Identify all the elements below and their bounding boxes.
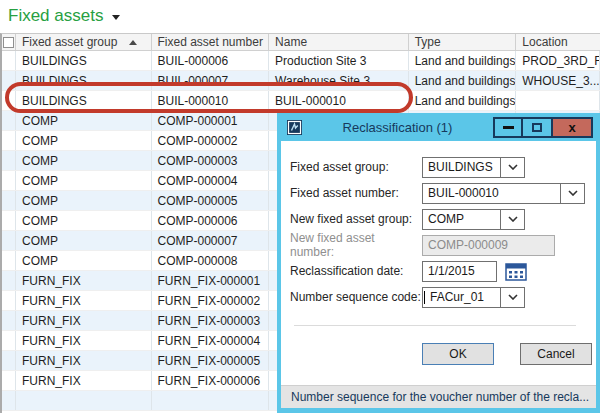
cell-fixed-asset-group[interactable]: FURN_FIX: [16, 331, 152, 350]
row-selector-cell[interactable]: [2, 271, 16, 290]
cell-name[interactable]: Warehouse Site 3: [269, 71, 409, 90]
row-selector-cell[interactable]: [2, 351, 16, 370]
cell-fixed-asset-group[interactable]: FURN_FIX: [16, 371, 152, 390]
cell-location[interactable]: WHOUSE_3...: [516, 71, 600, 90]
table-row[interactable]: BUILDINGS BUIL-000010 BUIL-000010 Land a…: [2, 91, 600, 111]
ok-button[interactable]: OK: [422, 343, 494, 365]
chevron-down-icon[interactable]: [560, 184, 584, 203]
cell-fixed-asset-number[interactable]: COMP-000004: [152, 171, 270, 190]
cell-fixed-asset-number[interactable]: FURN_FIX-000003: [152, 311, 270, 330]
cell-fixed-asset-number[interactable]: COMP-000003: [152, 151, 270, 170]
column-header-type[interactable]: Type: [409, 34, 517, 50]
select-all-cell: [2, 34, 16, 50]
cell-fixed-asset-number[interactable]: FURN_FIX-000002: [152, 291, 270, 310]
cell-fixed-asset-group[interactable]: FURN_FIX: [16, 351, 152, 370]
row-selector-cell[interactable]: [2, 231, 16, 250]
row-selector-cell[interactable]: [2, 251, 16, 270]
cell-fixed-asset-group[interactable]: COMP: [16, 171, 152, 190]
row-selector-cell[interactable]: [2, 151, 16, 170]
cell-fixed-asset-group[interactable]: COMP: [16, 151, 152, 170]
column-header-location[interactable]: Location: [516, 34, 600, 50]
field-row-fixed-asset-group: Fixed asset group: BUILDINGS: [281, 154, 596, 180]
cell-fixed-asset-group[interactable]: FURN_FIX: [16, 291, 152, 310]
cell-fixed-asset-number[interactable]: FURN_FIX-000004: [152, 331, 270, 350]
cell-location[interactable]: PROD_3RD_F: [516, 51, 600, 70]
row-selector-cell[interactable]: [2, 71, 16, 90]
cell-fixed-asset-group[interactable]: COMP: [16, 251, 152, 270]
cell-fixed-asset-group[interactable]: FURN_FIX: [16, 311, 152, 330]
row-selector-cell[interactable]: [2, 111, 16, 130]
cell-fixed-asset-number[interactable]: BUIL-000006: [152, 51, 270, 70]
row-selector-cell[interactable]: [2, 171, 16, 190]
cell-fixed-asset-group[interactable]: BUILDINGS: [16, 51, 152, 70]
cell-fixed-asset-number[interactable]: FURN_FIX-000001: [152, 271, 270, 290]
cell-fixed-asset-number[interactable]: COMP-000008: [152, 251, 270, 270]
minimize-icon: [503, 126, 514, 129]
cell-fixed-asset-number[interactable]: COMP-000001: [152, 111, 270, 130]
sort-ascending-icon: [129, 40, 137, 45]
new-fixed-asset-group-select[interactable]: COMP: [422, 209, 525, 230]
cell-fixed-asset-number[interactable]: FURN_FIX-000005: [152, 351, 270, 370]
cell-type[interactable]: Land and buildings: [409, 71, 517, 90]
row-selector-cell[interactable]: [2, 51, 16, 70]
cell-fixed-asset-group[interactable]: [16, 391, 152, 410]
row-selector-cell[interactable]: [2, 391, 16, 410]
cell-fixed-asset-number[interactable]: BUIL-000010: [152, 91, 270, 110]
row-selector-cell[interactable]: [2, 131, 16, 150]
cell-fixed-asset-number[interactable]: COMP-000002: [152, 131, 270, 150]
reclassification-date-input[interactable]: 1/1/2015: [422, 261, 497, 282]
cell-fixed-asset-group[interactable]: COMP: [16, 131, 152, 150]
grid-header-row: Fixed asset group Fixed asset number Nam…: [2, 34, 600, 51]
cell-fixed-asset-group[interactable]: COMP: [16, 111, 152, 130]
dialog-divider: [294, 325, 576, 326]
cell-fixed-asset-number[interactable]: COMP-000005: [152, 191, 270, 210]
column-header-name[interactable]: Name: [269, 34, 409, 50]
number-sequence-code-select[interactable]: FACur_01: [422, 287, 525, 308]
cell-name[interactable]: Production Site 3: [269, 51, 409, 70]
cell-fixed-asset-number[interactable]: [152, 391, 270, 410]
page-title: Fixed assets: [8, 6, 103, 26]
row-selector-cell[interactable]: [2, 291, 16, 310]
cell-type[interactable]: Land and buildings: [409, 51, 517, 70]
close-button[interactable]: x: [553, 117, 593, 138]
table-row[interactable]: BUILDINGS BUIL-000007 Warehouse Site 3 L…: [2, 71, 600, 91]
cell-name[interactable]: BUIL-000010: [269, 91, 409, 110]
column-header-fixed-asset-number[interactable]: Fixed asset number: [152, 34, 270, 50]
page-title-menu[interactable]: Fixed assets: [8, 6, 120, 26]
dialog-title: Reclassification (1): [302, 120, 493, 135]
cell-type[interactable]: Land and buildings: [409, 91, 517, 110]
cell-fixed-asset-number[interactable]: BUIL-000007: [152, 71, 270, 90]
app-icon: [287, 120, 302, 135]
cell-fixed-asset-group[interactable]: COMP: [16, 211, 152, 230]
row-selector-cell[interactable]: [2, 211, 16, 230]
cell-fixed-asset-group[interactable]: FURN_FIX: [16, 271, 152, 290]
chevron-down-icon[interactable]: [500, 288, 524, 307]
fixed-asset-number-select[interactable]: BUIL-000010: [422, 183, 585, 204]
row-selector-cell[interactable]: [2, 371, 16, 390]
row-selector-cell[interactable]: [2, 311, 16, 330]
chevron-down-icon[interactable]: [500, 210, 524, 229]
cell-fixed-asset-group[interactable]: COMP: [16, 191, 152, 210]
column-header-fixed-asset-group[interactable]: Fixed asset group: [16, 34, 152, 50]
minimize-button[interactable]: [493, 117, 523, 138]
row-selector-cell[interactable]: [2, 331, 16, 350]
dialog-titlebar[interactable]: Reclassification (1) x: [281, 113, 596, 141]
cell-fixed-asset-group[interactable]: COMP: [16, 231, 152, 250]
field-label: Number sequence code:: [290, 290, 422, 304]
fixed-asset-group-select[interactable]: BUILDINGS: [422, 157, 525, 178]
dialog-fields: Fixed asset group: BUILDINGS Fixed asset…: [281, 141, 596, 310]
cell-fixed-asset-number[interactable]: FURN_FIX-000006: [152, 371, 270, 390]
row-selector-cell[interactable]: [2, 91, 16, 110]
maximize-button[interactable]: [523, 117, 553, 138]
calendar-icon[interactable]: [504, 261, 528, 281]
cell-fixed-asset-group[interactable]: BUILDINGS: [16, 71, 152, 90]
row-selector-cell[interactable]: [2, 191, 16, 210]
cell-location[interactable]: [516, 91, 600, 110]
cancel-button[interactable]: Cancel: [520, 343, 592, 365]
chevron-down-icon[interactable]: [500, 158, 524, 177]
cell-fixed-asset-group[interactable]: BUILDINGS: [16, 91, 152, 110]
select-all-checkbox[interactable]: [3, 37, 14, 48]
cell-fixed-asset-number[interactable]: COMP-000006: [152, 211, 270, 230]
table-row[interactable]: BUILDINGS BUIL-000006 Production Site 3 …: [2, 51, 600, 71]
cell-fixed-asset-number[interactable]: COMP-000007: [152, 231, 270, 250]
